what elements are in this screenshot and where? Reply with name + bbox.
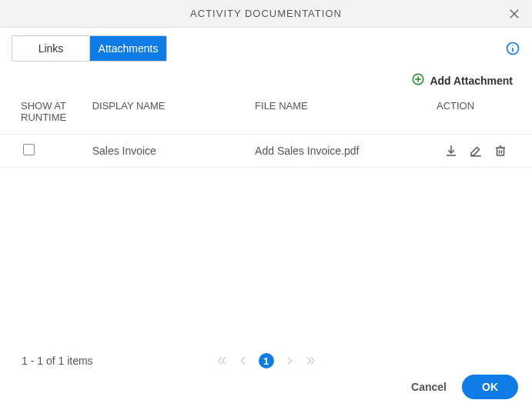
close-icon[interactable] [507,7,521,21]
table-row: Sales Invoice Add Sales Invoice.pdf [0,135,532,168]
add-attachment-button[interactable]: Add Attachment [0,62,532,94]
download-icon[interactable] [444,144,458,158]
pager: 1 [216,353,317,368]
tab-row: Links Attachments [0,28,532,62]
col-display-name: DISPLAY NAME [85,94,247,135]
delete-icon[interactable] [494,144,507,158]
pagination-info: 1 - 1 of 1 items [22,355,93,367]
tabs: Links Attachments [12,35,167,62]
ok-button[interactable]: OK [462,375,518,399]
edit-icon[interactable] [469,144,483,158]
last-page-icon[interactable] [305,355,317,367]
table-header-row: SHOW AT RUNTIME DISPLAY NAME FILE NAME A… [0,94,532,135]
cell-display-name: Sales Invoice [85,135,247,168]
action-icons [444,144,517,158]
add-attachment-label: Add Attachment [430,75,513,87]
cell-file-name: Add Sales Invoice.pdf [247,135,437,168]
cancel-button[interactable]: Cancel [411,381,447,393]
svg-point-4 [512,45,514,46]
first-page-icon[interactable] [216,355,228,367]
col-action: ACTION [437,94,532,135]
info-icon[interactable] [505,41,520,56]
dialog-header: ACTIVITY DOCUMENTATION [0,0,532,28]
attachments-table: SHOW AT RUNTIME DISPLAY NAME FILE NAME A… [0,94,532,168]
col-file-name: FILE NAME [247,94,437,135]
prev-page-icon[interactable] [237,355,249,367]
page-number-current[interactable]: 1 [259,353,274,368]
dialog-title: ACTIVITY DOCUMENTATION [190,8,342,19]
plus-circle-icon [411,72,425,89]
svg-rect-11 [497,148,504,155]
dialog-footer: Cancel OK [397,364,532,410]
tab-attachments[interactable]: Attachments [89,36,166,61]
show-at-runtime-checkbox[interactable] [23,144,35,155]
tab-links[interactable]: Links [12,36,89,61]
col-show-at-runtime: SHOW AT RUNTIME [0,94,85,135]
next-page-icon[interactable] [283,355,296,367]
